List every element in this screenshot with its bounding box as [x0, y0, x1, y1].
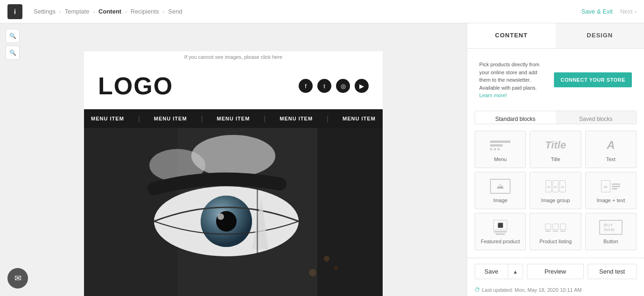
- text-block[interactable]: A Text: [585, 131, 637, 168]
- send-test-button[interactable]: Send test: [588, 264, 637, 279]
- store-banner-text: Pick products directly from your online …: [479, 61, 548, 99]
- menu-item-3[interactable]: MENU ITEM: [217, 116, 250, 121]
- image-group-block-icon: ⛰ ⛰ ⛰: [544, 178, 567, 195]
- breadcrumb-recipients[interactable]: Recipients: [131, 8, 159, 15]
- panel-tabs: CONTENT DESIGN: [467, 23, 644, 49]
- breadcrumb-sep-1: ›: [59, 9, 61, 14]
- menu-block[interactable]: Menu: [475, 131, 526, 168]
- featured-product-block-label: Featured product: [481, 239, 520, 244]
- image-text-block[interactable]: ⛰ Image + text: [585, 172, 637, 209]
- blocks-grid: Menu Title Title A Text: [475, 131, 637, 250]
- menu-block-label: Menu: [494, 156, 507, 162]
- product-listing-block[interactable]: Product listing: [530, 213, 581, 250]
- text-block-icon: A: [599, 137, 623, 154]
- svg-rect-11: [257, 189, 258, 254]
- instagram-icon[interactable]: ◎: [336, 79, 350, 93]
- email-icon: ✉: [14, 273, 21, 283]
- image-block[interactable]: ⛰ Image: [475, 172, 526, 209]
- preview-toolbar: 🔍 🔍: [6, 29, 20, 60]
- svg-point-4: [191, 135, 275, 177]
- saved-blocks-tab[interactable]: Saved blocks: [556, 111, 637, 124]
- youtube-icon[interactable]: ▶: [355, 79, 369, 93]
- menu-item-1[interactable]: MENU ITEM: [91, 116, 124, 121]
- zoom-out-button[interactable]: 🔍: [6, 46, 20, 60]
- image-text-block-icon: ⛰: [599, 178, 623, 195]
- email-body: If you cannot see images, please click h…: [84, 51, 383, 296]
- tab-content[interactable]: CONTENT: [467, 23, 556, 48]
- next-button[interactable]: Next ›: [620, 8, 637, 15]
- connect-store-button[interactable]: CONNECT YOUR STORE: [554, 72, 632, 87]
- svg-rect-3: [317, 128, 383, 296]
- next-chevron-icon: ›: [635, 8, 637, 15]
- email-hero-image[interactable]: [84, 128, 383, 296]
- save-exit-button[interactable]: Save & Exit: [581, 8, 613, 15]
- menu-block-icon: [489, 137, 512, 154]
- zoom-in-button[interactable]: 🔍: [6, 29, 20, 43]
- last-updated: ⏱ Last updated: Mon, May 18, 2020 10:11 …: [467, 285, 644, 296]
- text-block-label: Text: [606, 156, 616, 162]
- product-listing-block-icon: [544, 219, 567, 236]
- zoom-out-icon: 🔍: [9, 49, 16, 56]
- title-block-label: Title: [551, 156, 560, 162]
- breadcrumb-template[interactable]: Template: [65, 8, 90, 15]
- breadcrumb: Settings › Template › Content › Recipien…: [34, 8, 182, 15]
- blocks-tabs: Standard blocks Saved blocks: [475, 111, 637, 125]
- menu-item-5[interactable]: MENU ITEM: [343, 116, 376, 121]
- email-float-button[interactable]: ✉: [7, 268, 28, 289]
- image-block-label: Image: [493, 197, 508, 203]
- svg-point-10: [217, 213, 224, 220]
- product-listing-block-label: Product listing: [539, 239, 572, 244]
- twitter-icon[interactable]: t: [317, 79, 331, 93]
- zoom-in-icon: 🔍: [9, 33, 16, 39]
- breadcrumb-sep-2: ›: [93, 9, 95, 14]
- top-nav: i Settings › Template › Content › Recipi…: [0, 0, 644, 23]
- eye-artwork: [84, 128, 383, 296]
- chevron-up-icon: ▲: [513, 269, 518, 275]
- image-group-block-label: Image group: [541, 197, 570, 203]
- store-connect-banner: Pick products directly from your online …: [475, 56, 637, 104]
- tab-design[interactable]: DESIGN: [556, 23, 644, 48]
- svg-point-14: [309, 269, 316, 276]
- title-block-icon: Title: [544, 137, 567, 154]
- email-menu: MENU ITEM | MENU ITEM | MENU ITEM | MENU…: [84, 109, 383, 128]
- breadcrumb-sep-4: ›: [163, 9, 165, 14]
- panel-body: Pick products directly from your online …: [467, 49, 644, 258]
- standard-blocks-tab[interactable]: Standard blocks: [475, 111, 556, 124]
- featured-product-block[interactable]: ⬛ Featured product: [475, 213, 526, 250]
- button-block-icon: BUY NOW: [599, 219, 623, 236]
- menu-item-2[interactable]: MENU ITEM: [154, 116, 187, 121]
- image-text-block-label: Image + text: [596, 197, 625, 203]
- button-block[interactable]: BUY NOW Button: [585, 213, 637, 250]
- top-nav-right: Save & Exit Next ›: [581, 8, 637, 15]
- save-button[interactable]: Save: [475, 264, 508, 279]
- save-dropdown-button[interactable]: ▲: [508, 264, 523, 279]
- save-button-group: Save ▲: [475, 264, 523, 279]
- app-logo[interactable]: i: [7, 4, 22, 19]
- email-preview[interactable]: 🔍 🔍 If you cannot see images, please cli…: [0, 23, 467, 296]
- main-area: 🔍 🔍 If you cannot see images, please cli…: [0, 23, 644, 296]
- breadcrumb-settings[interactable]: Settings: [34, 8, 56, 15]
- image-block-icon: ⛰: [489, 178, 512, 195]
- learn-more-link[interactable]: Learn more!: [479, 92, 507, 98]
- facebook-icon[interactable]: f: [299, 79, 313, 93]
- preview-button[interactable]: Preview: [527, 264, 584, 279]
- button-block-label: Button: [603, 239, 618, 244]
- email-logo: LOGO: [98, 72, 173, 100]
- svg-point-12: [324, 256, 329, 261]
- right-panel: CONTENT DESIGN Pick products directly fr…: [467, 23, 644, 296]
- email-header: LOGO f t ◎ ▶: [84, 63, 383, 109]
- breadcrumb-sep-3: ›: [125, 9, 127, 14]
- featured-product-block-icon: ⬛: [489, 219, 512, 236]
- breadcrumb-content[interactable]: Content: [98, 8, 121, 15]
- title-block[interactable]: Title Title: [530, 131, 581, 168]
- social-icons: f t ◎ ▶: [299, 79, 369, 93]
- svg-point-13: [334, 266, 338, 270]
- breadcrumb-send[interactable]: Send: [168, 8, 182, 15]
- clock-icon: ⏱: [475, 287, 480, 293]
- image-group-block[interactable]: ⛰ ⛰ ⛰ Image group: [530, 172, 581, 209]
- panel-footer: Save ▲ Preview Send test: [467, 258, 644, 285]
- email-notice: If you cannot see images, please click h…: [84, 51, 383, 63]
- menu-item-4[interactable]: MENU ITEM: [280, 116, 313, 121]
